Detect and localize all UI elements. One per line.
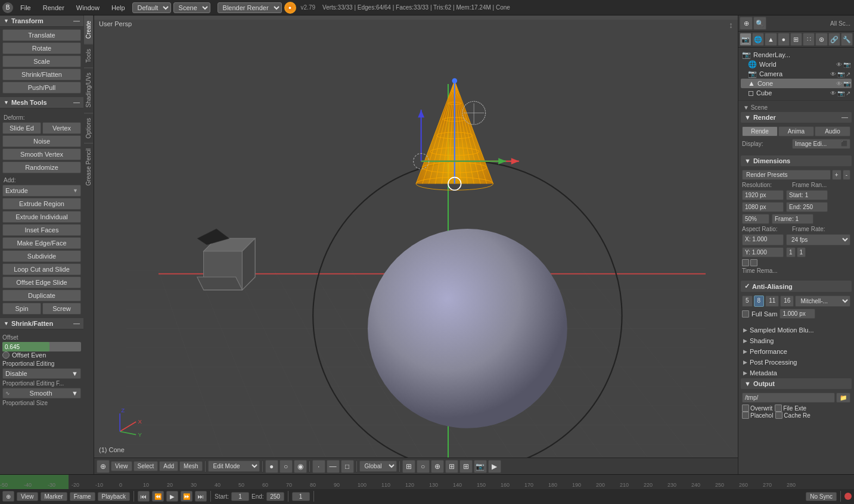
res-x-field[interactable]: 1920 px: [742, 190, 784, 200]
menu-help[interactable]: Help: [107, 3, 130, 13]
tab-options[interactable]: Options: [84, 113, 93, 143]
right-icon-mat[interactable]: ●: [778, 33, 790, 46]
vp-icon-solid[interactable]: ●: [265, 460, 278, 473]
camera-sel[interactable]: ↗: [846, 71, 850, 77]
extrude-btn[interactable]: Extrude ▼: [2, 185, 81, 197]
vp-icon-mirror[interactable]: ⊕: [431, 460, 444, 473]
right-icon-tex[interactable]: ⊞: [790, 33, 802, 46]
offset-slider[interactable]: 0.645: [2, 342, 81, 351]
tab-render[interactable]: Rende: [742, 126, 778, 136]
render-presets-btn[interactable]: Render Presets: [742, 170, 831, 180]
transform-header[interactable]: ▼ Transform —: [0, 15, 83, 27]
vp-icon-camera[interactable]: 📷: [474, 460, 487, 473]
cube-eye[interactable]: 👁: [830, 90, 836, 97]
vp-icon-vert[interactable]: ·: [312, 460, 325, 473]
outliner-item-cone[interactable]: ▲ Cone 👁 📷: [741, 79, 852, 88]
outliner-item-cube[interactable]: ◻ Cube 👁 📷 ↗: [741, 88, 852, 98]
vp-icon-edge[interactable]: —: [327, 460, 340, 473]
offset-even-check[interactable]: [2, 351, 10, 359]
x-aspect-field[interactable]: X: 1.000: [742, 234, 784, 245]
output-header[interactable]: ▼ Output: [741, 378, 852, 389]
cb2[interactable]: [750, 259, 757, 266]
duplicate-btn[interactable]: Duplicate: [2, 290, 81, 301]
tab-tools[interactable]: Tools: [84, 43, 93, 67]
randomize-btn[interactable]: Randomize: [2, 161, 81, 173]
sampled-section[interactable]: ▶ Sampled Motion Blu...: [741, 325, 852, 335]
cb1[interactable]: [742, 259, 749, 266]
cube-sel[interactable]: ↗: [846, 90, 850, 97]
shrink-flatten-btn[interactable]: Shrink/Flatten: [2, 69, 81, 80]
outliner-item-camera[interactable]: 📷 Camera 👁 📷 ↗: [741, 69, 852, 79]
tab-grease-pencil[interactable]: Grease Pencil: [84, 143, 93, 191]
right-icon-mod[interactable]: 🔧: [841, 33, 853, 46]
menu-window[interactable]: Window: [72, 3, 104, 13]
metadata-section[interactable]: ▶ Metadata: [741, 368, 852, 378]
render-collapse[interactable]: —: [841, 114, 848, 121]
smooth-dropdown[interactable]: ∿ Smooth ▼: [2, 388, 81, 399]
outliner-item-world[interactable]: 🌐 World 👁 📷: [741, 60, 852, 69]
menu-render[interactable]: Render: [38, 3, 69, 13]
file-ext-checkbox[interactable]: [775, 405, 782, 412]
shrink-fatten-header[interactable]: ▼ Shrink/Fatten —: [0, 318, 83, 329]
playback-btn[interactable]: Playback: [98, 492, 131, 501]
aa-btn-8[interactable]: 8: [754, 295, 765, 307]
world-render[interactable]: 📷: [843, 61, 850, 68]
transform-select[interactable]: Global Local Normal: [359, 461, 397, 472]
vp-icon-wire[interactable]: ○: [280, 460, 293, 473]
vp-icon-render2[interactable]: ⊞: [459, 460, 473, 473]
make-edge-face-btn[interactable]: Make Edge/Face: [2, 237, 81, 249]
time-val1[interactable]: 1: [786, 247, 796, 257]
tab-audio[interactable]: Audio: [815, 126, 850, 136]
translate-btn[interactable]: Translate: [2, 29, 81, 41]
push-pull-btn[interactable]: Push/Pull: [2, 82, 81, 94]
loop-cut-btn[interactable]: Loop Cut and Slide: [2, 263, 81, 275]
record-btn[interactable]: [844, 493, 852, 500]
dimensions-header[interactable]: ▼ Dimensions: [741, 155, 852, 166]
right-icon-constr[interactable]: 🔗: [828, 33, 840, 46]
fps-select[interactable]: 24 fps: [786, 234, 850, 245]
edit-mode-select[interactable]: Edit Mode Object Mode: [208, 461, 260, 472]
viewport-view-btn[interactable]: View: [111, 461, 132, 471]
start-value[interactable]: 1: [231, 492, 249, 501]
mesh-tools-header[interactable]: ▼ Mesh Tools —: [0, 97, 83, 108]
engine-select[interactable]: Blender Render: [218, 2, 282, 13]
vp-icon-snap[interactable]: ⊞: [402, 460, 415, 473]
y-aspect-field[interactable]: Y: 1.000: [742, 247, 784, 257]
cache-checkbox[interactable]: [775, 412, 782, 419]
presets-add[interactable]: +: [832, 170, 841, 180]
screw-btn[interactable]: Screw: [42, 303, 81, 315]
frame-field[interactable]: Frame: 1: [772, 214, 813, 224]
viewport-mesh-btn[interactable]: Mesh: [179, 461, 202, 471]
outliner-item-renderlayer[interactable]: 📷 RenderLay...: [741, 50, 852, 60]
frame-prev[interactable]: ⏪: [152, 491, 164, 502]
frame-next-next[interactable]: ⏭: [195, 491, 207, 502]
current-frame[interactable]: 1: [292, 492, 310, 501]
vertex-btn[interactable]: Vertex: [42, 122, 81, 134]
res-y-field[interactable]: 1080 px: [742, 202, 784, 212]
viewport-icon-btn[interactable]: ⊕: [97, 460, 110, 473]
icon-btn-bottom[interactable]: ⊕: [2, 491, 14, 502]
scene-select[interactable]: Scene: [173, 2, 210, 13]
tab-shading-uvs[interactable]: Shading/UVs: [84, 67, 93, 112]
performance-section[interactable]: ▶ Performance: [741, 346, 852, 357]
viewport-select-btn[interactable]: Select: [133, 461, 159, 471]
right-icon-camera[interactable]: 📷: [740, 33, 751, 46]
full-sam-check[interactable]: [742, 310, 749, 318]
end-field[interactable]: End: 250: [786, 202, 828, 212]
noise-btn[interactable]: Noise: [2, 135, 81, 147]
presets-remove[interactable]: -: [843, 170, 850, 180]
smooth-vertex-btn[interactable]: Smooth Vertex: [2, 148, 81, 160]
vp-icon-layers[interactable]: ⊞: [445, 460, 458, 473]
right-icon-view[interactable]: ⊕: [740, 17, 753, 30]
overwrite-checkbox[interactable]: [742, 405, 749, 412]
disable-dropdown[interactable]: Disable ▼: [2, 368, 81, 379]
time-val2[interactable]: 1: [797, 247, 806, 257]
start-field[interactable]: Start: 1: [786, 190, 828, 200]
aa-btn-16[interactable]: 16: [780, 295, 794, 307]
cone-render[interactable]: 📷: [843, 80, 850, 87]
folder-icon-btn[interactable]: 📁: [836, 393, 850, 403]
right-icon-phys[interactable]: ⊛: [815, 33, 827, 46]
camera-eye[interactable]: 👁: [830, 71, 836, 77]
vp-icon-play[interactable]: ▶: [488, 460, 501, 473]
subdivide-btn[interactable]: Subdivide: [2, 250, 81, 262]
